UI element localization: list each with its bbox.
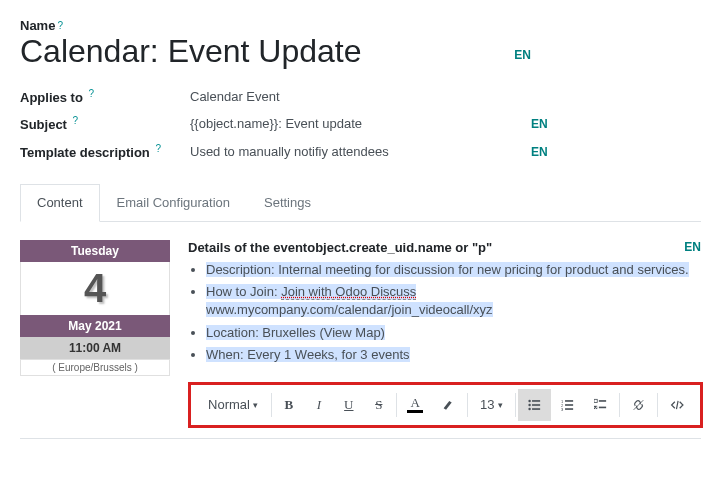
detail-description: Description: Internal meeting for discus… [206,261,701,279]
svg-rect-9 [565,404,573,406]
tab-email-configuration[interactable]: Email Configuration [100,184,247,221]
svg-rect-1 [532,400,540,402]
help-icon[interactable]: ? [155,143,161,154]
strikethrough-button[interactable]: S [364,389,394,421]
subject-label: Subject [20,118,67,133]
code-icon [670,397,685,413]
subject-value[interactable]: {{object.name}}: Event update [190,116,531,131]
tab-bar: Content Email Configuration Settings [20,184,701,222]
svg-rect-15 [599,407,606,409]
tab-content[interactable]: Content [20,184,100,222]
svg-point-2 [529,404,531,406]
highlight-color-button[interactable] [432,389,465,421]
calendar-day: 4 [20,262,170,315]
editor-toolbar: Normal▾ B I U S A 13▾ [191,385,700,425]
svg-point-0 [529,400,531,402]
svg-point-4 [529,408,531,410]
unlink-icon [632,397,645,413]
help-icon[interactable]: ? [73,115,79,126]
calendar-time: 11:00 AM [20,337,170,359]
paragraph-style-dropdown[interactable]: Normal▾ [197,389,269,421]
detail-location: Location: Bruxelles (View Map) [206,324,701,342]
checklist-button[interactable] [584,389,617,421]
detail-how-to-join: How to Join: Join with Odoo Discuss www.… [206,283,701,319]
italic-button[interactable]: I [304,389,334,421]
svg-rect-13 [599,400,606,402]
checklist-icon [594,397,607,413]
help-icon[interactable]: ? [57,20,63,31]
svg-rect-12 [594,399,597,402]
calendar-timezone: ( Europe/Brussels ) [20,359,170,376]
lang-badge[interactable]: EN [531,145,548,159]
svg-rect-5 [532,408,540,410]
list-ul-icon [528,397,541,413]
code-view-button[interactable] [660,389,695,421]
template-desc-value[interactable]: Used to manually notifiy attendees [190,144,531,159]
calendar-widget: Tuesday 4 May 2021 11:00 AM ( Europe/Bru… [20,240,170,376]
detail-when: When: Every 1 Weeks, for 3 events [206,346,701,364]
ordered-list-button[interactable]: 1 2 3 [551,389,584,421]
lang-badge[interactable]: EN [684,240,701,254]
details-heading: Details of the eventobject.create_uid.na… [188,240,492,255]
svg-rect-7 [565,400,573,402]
name-value[interactable]: Calendar: Event Update [20,33,362,70]
help-icon[interactable]: ? [88,88,94,99]
brush-icon [442,397,455,413]
event-details[interactable]: Details of the eventobject.create_uid.na… [188,240,701,376]
template-desc-label: Template description [20,145,150,160]
font-size-dropdown[interactable]: 13▾ [469,389,513,421]
tab-settings[interactable]: Settings [247,184,328,221]
underline-button[interactable]: U [334,389,364,421]
applies-to-value[interactable]: Calendar Event [190,89,531,104]
name-label: Name [20,18,55,33]
unlink-button[interactable] [622,389,655,421]
calendar-month: May 2021 [20,315,170,337]
lang-badge[interactable]: EN [531,117,548,131]
divider [20,438,701,439]
svg-text:3: 3 [561,407,564,412]
lang-badge[interactable]: EN [514,48,531,62]
editor-toolbar-highlight: Normal▾ B I U S A 13▾ [188,382,703,428]
unordered-list-button[interactable] [518,389,551,421]
svg-rect-3 [532,404,540,406]
calendar-weekday: Tuesday [20,240,170,262]
applies-to-label: Applies to [20,90,83,105]
bold-button[interactable]: B [274,389,304,421]
svg-rect-11 [565,408,573,410]
join-link[interactable]: Join with Odoo Discuss [281,284,416,300]
font-color-button[interactable]: A [399,389,432,421]
list-ol-icon: 1 2 3 [561,397,574,413]
